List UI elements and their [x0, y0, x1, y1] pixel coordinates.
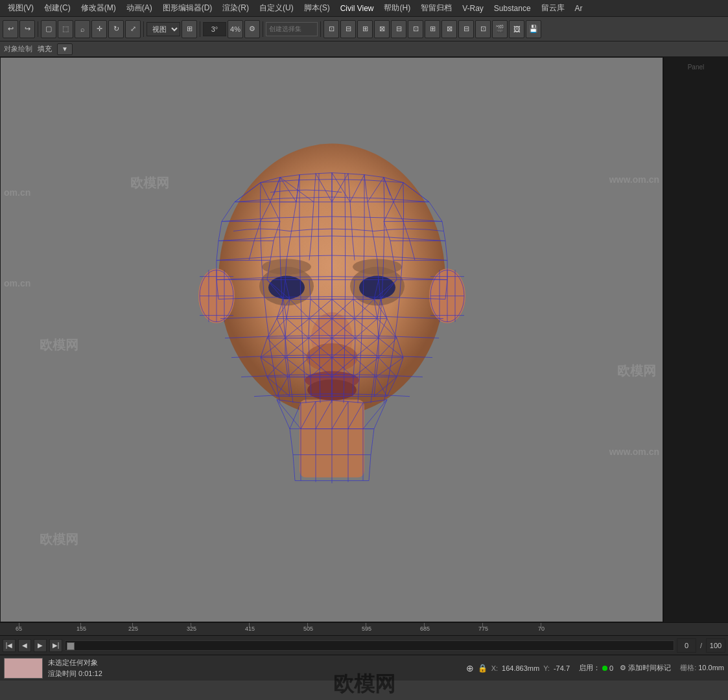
menu-modifier[interactable]: 修改器(M) [76, 1, 121, 15]
separator-5 [320, 21, 321, 37]
timeline-frame-input[interactable] [677, 638, 696, 653]
status-coords: ⊕ 🔒 X: 164.863mm Y: -74.7 启用： 0 ⚙ 添加时间标记… [466, 663, 724, 673]
menu-script[interactable]: 脚本(S) [299, 1, 335, 15]
align-btn[interactable]: ⊟ [340, 20, 356, 38]
svg-line-16 [218, 222, 222, 241]
status-logo: 欧模网 [333, 672, 395, 695]
status-number: 0 [609, 664, 613, 672]
menu-render[interactable]: 渲染(R) [217, 1, 254, 15]
menu-view[interactable]: 视图(V) [3, 1, 39, 15]
fill-mode-btn[interactable]: ▼ [57, 43, 73, 55]
attach-btn[interactable]: ⊟ [458, 20, 474, 38]
redo-button[interactable]: ↪ [19, 20, 35, 38]
grid-btn[interactable]: ⊞ [357, 20, 373, 38]
fill-label: 填充 [38, 44, 52, 54]
status-green-dot [602, 666, 607, 671]
timeline-next-btn[interactable]: ▶| [49, 639, 62, 652]
grid-value: 10.0mm [698, 664, 724, 671]
angle-input[interactable] [203, 22, 226, 36]
viewport[interactable]: om.cn 欧模网 om.cn 欧模网 www.om.cn 欧模网 www.om… [0, 57, 663, 622]
separator-4 [263, 21, 263, 37]
y-label: Y: [543, 664, 550, 672]
separator-1 [38, 21, 38, 37]
select-tool[interactable]: ▢ [41, 20, 56, 38]
save-btn[interactable]: 💾 [526, 20, 541, 38]
menu-vray[interactable]: V-Ray [457, 3, 489, 14]
svg-line-242 [369, 455, 371, 481]
timeline-prev-btn[interactable]: ◀ [18, 639, 31, 652]
timeline-play-btn[interactable]: ▶ [34, 639, 47, 652]
view-mode-btn[interactable]: ⊞ [182, 20, 197, 38]
ruler-tick-1: 65 [16, 625, 22, 632]
menu-cloud[interactable]: 留云库 [536, 1, 570, 15]
snap-toggle[interactable]: ⊡ [323, 20, 339, 38]
toolbar: ↩ ↪ ▢ ⬚ ⌕ ✛ ↻ ⤢ 视图 ⊞ 4% ⚙ ⊡ ⊟ ⊞ ⊠ ⊟ ⊡ ⊞ … [0, 17, 728, 41]
x-value: 164.863mm [502, 664, 539, 672]
render-setup-btn[interactable]: 🖼 [509, 20, 524, 38]
menu-help[interactable]: 帮助(H) [379, 1, 416, 15]
svg-line-239 [293, 455, 295, 481]
no-target-text: 未选定任何对象 [48, 658, 102, 668]
select-region-tool[interactable]: ⬚ [58, 20, 73, 38]
ungroup-btn[interactable]: ⊞ [425, 20, 440, 38]
head-wireframe [176, 131, 487, 533]
menu-bar: 视图(V) 创建(C) 修改器(M) 动画(A) 图形编辑器(D) 渲染(R) … [0, 0, 728, 17]
group-btn[interactable]: ⊡ [408, 20, 423, 38]
render-btn[interactable]: 🎬 [492, 20, 508, 38]
status-bar: 未选定任何对象 渲染时间 0:01:12 欧模网 ⊕ 🔒 X: 164.863m… [0, 655, 728, 681]
svg-line-23 [445, 241, 447, 261]
timeline-frame-label: / [699, 642, 703, 649]
undo-button[interactable]: ↩ [3, 20, 18, 38]
array-btn[interactable]: ⊟ [391, 20, 406, 38]
lock-icon: 🔒 [478, 664, 487, 673]
detach-btn[interactable]: ⊡ [475, 20, 491, 38]
constraint-btn[interactable]: ⚙ [244, 20, 260, 38]
percent-btn[interactable]: 4% [228, 20, 243, 38]
x-label: X: [491, 664, 498, 672]
menu-ar[interactable]: Ar [570, 3, 588, 14]
coords-icon: ⊕ [466, 663, 474, 673]
menu-custom[interactable]: 自定义(U) [254, 1, 299, 15]
right-panel: Panel [663, 57, 728, 622]
view-select[interactable]: 视图 [147, 22, 180, 36]
y-value: -74.7 [554, 664, 570, 672]
separator-2 [143, 21, 144, 37]
move-tool[interactable]: ✛ [91, 20, 107, 38]
menu-substance[interactable]: Substance [489, 3, 536, 14]
rotate-tool[interactable]: ↻ [108, 20, 124, 38]
menu-archive[interactable]: 智留归档 [416, 1, 457, 15]
select-lasso-tool[interactable]: ⌕ [75, 20, 90, 38]
settings-icon: ⚙ [620, 664, 626, 672]
timeline-start-btn[interactable]: |◀ [3, 639, 16, 652]
timeline-track[interactable] [65, 640, 674, 651]
scale-tool[interactable]: ⤢ [125, 20, 141, 38]
create-select-input[interactable] [266, 22, 318, 36]
menu-civil[interactable]: Civil View [335, 3, 379, 14]
add-time-label: 添加时间标记 [628, 663, 671, 673]
timeline: |◀ ◀ ▶ ▶| / [0, 635, 728, 655]
object-paint-label: 对象绘制 [4, 44, 32, 54]
mirror-btn[interactable]: ⊠ [374, 20, 390, 38]
menu-create[interactable]: 创建(C) [39, 1, 76, 15]
menu-graph[interactable]: 图形编辑器(D) [158, 1, 218, 15]
menu-animation[interactable]: 动画(A) [121, 1, 158, 15]
svg-line-241 [371, 429, 374, 455]
separator-3 [200, 21, 200, 37]
open-btn[interactable]: ⊠ [441, 20, 457, 38]
svg-line-17 [217, 241, 218, 261]
ruler: 65 155 225 325 415 505 595 685 775 70 [0, 622, 728, 635]
sub-toolbar: 对象绘制 填充 ▼ [0, 41, 728, 57]
render-time-text: 渲染时间 0:01:12 [48, 669, 102, 679]
timeline-total-input[interactable] [706, 638, 725, 653]
main-area: om.cn 欧模网 om.cn 欧模网 www.om.cn 欧模网 www.om… [0, 57, 728, 622]
svg-line-238 [290, 429, 293, 455]
grid-label: 栅格: [680, 664, 696, 671]
status-preview [4, 658, 43, 679]
enable-label: 启用： [579, 663, 600, 673]
